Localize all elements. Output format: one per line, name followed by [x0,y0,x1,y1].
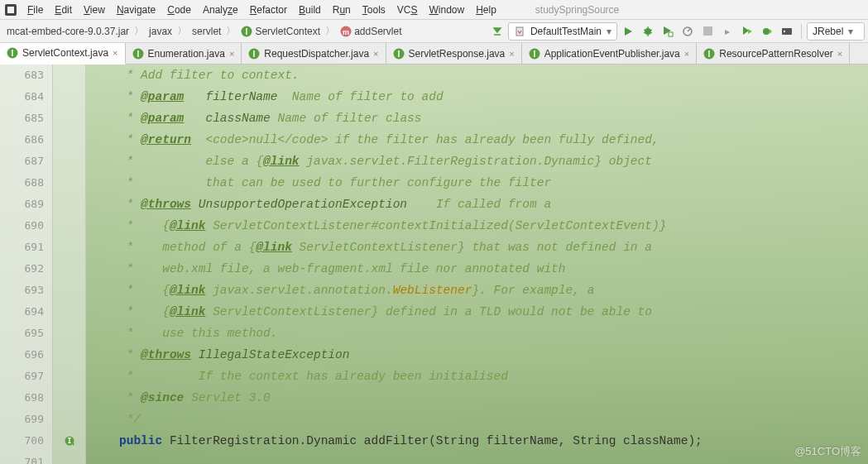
jrebel-run-button[interactable] [738,22,756,41]
tab-label: Enumeration.java [148,48,225,60]
menu-build[interactable]: Build [293,2,327,17]
svg-text:I: I [533,49,535,58]
menu-navigate[interactable]: Navigate [111,2,161,17]
chevron-right-icon: 〉 [224,24,237,38]
chevron-right-icon: 〉 [175,24,189,38]
editor-tab[interactable]: IApplicationEventPublisher.java× [522,43,698,64]
close-icon[interactable]: × [229,49,234,59]
chevron-down-icon: ▾ [607,26,611,37]
svg-text:I: I [246,26,248,36]
crumb-jar[interactable]: mcat-embed-core-9.0.37.jar [3,25,132,38]
editor-tabs: IServletContext.java×IEnumeration.java×I… [0,43,868,65]
crumb-pkg2[interactable]: servlet [189,25,224,38]
chevron-down-icon: ▾ [848,26,853,37]
menu-file[interactable]: File [22,2,49,17]
tab-label: ApplicationEventPublisher.java [544,48,680,60]
crumb-pkg1[interactable]: javax [146,25,175,38]
code-area[interactable]: * Add filter to context. * @param filter… [86,65,868,464]
svg-rect-1 [7,7,14,13]
interface-icon: I [241,26,252,37]
jrebel-panel-select[interactable]: JRebel ▾ [807,22,865,41]
interface-icon: I [393,48,405,60]
project-name-label: studySpringSource [535,4,619,16]
marker-gutter: I [53,65,86,464]
svg-rect-12 [782,28,792,35]
menu-analyze[interactable]: Analyze [197,2,244,17]
interface-icon: I [529,48,540,60]
watermark: @51CTO博客 [794,444,861,459]
profile-button[interactable] [679,22,697,41]
close-icon[interactable]: × [684,49,689,59]
tab-label: ServletContext.java [22,47,108,59]
tab-label: ResourcePatternResolver [719,48,832,60]
close-icon[interactable]: × [509,49,514,59]
menu-help[interactable]: Help [470,2,502,17]
coverage-button[interactable] [659,22,677,41]
svg-point-11 [763,28,770,35]
close-icon[interactable]: × [113,48,117,58]
debug-button[interactable] [639,22,657,41]
menu-run[interactable]: Run [327,2,357,17]
tab-label: RequestDispatcher.java [264,48,369,60]
editor-tab[interactable]: IServletResponse.java× [386,43,522,64]
menu-tools[interactable]: Tools [357,2,391,17]
line-number-gutter: 6836846856866876886896906916926936946956… [0,65,53,464]
svg-rect-6 [516,27,523,36]
close-icon[interactable]: × [373,49,378,59]
menu-window[interactable]: Window [423,2,470,17]
menu-refactor[interactable]: Refactor [244,2,293,17]
menu-vcs[interactable]: VCS [391,2,424,17]
menu-bar: File Edit View Navigate Code Analyze Ref… [0,0,868,20]
stop-button[interactable] [698,22,717,41]
interface-icon: I [7,47,18,59]
app-icon [3,3,18,17]
editor-tab[interactable]: IRequestDispatcher.java× [242,43,386,64]
chevron-right-icon: 〉 [324,24,337,38]
editor-tab[interactable]: IResourcePatternResolver× [697,43,850,64]
java-icon [514,26,525,37]
attach-debugger-button[interactable]: ▸ [718,22,736,41]
svg-rect-10 [703,26,712,36]
close-icon[interactable]: × [837,49,842,59]
menu-code[interactable]: Code [161,2,197,17]
svg-text:I: I [397,49,400,58]
crumb-interface[interactable]: I ServletContext [237,25,324,38]
svg-text:m: m [343,27,349,36]
svg-point-7 [645,28,651,35]
svg-text:I: I [67,438,71,445]
interface-icon: I [248,48,260,60]
run-configuration-select[interactable]: DefaultTestMain ▾ [508,22,617,41]
svg-rect-8 [669,32,673,36]
run-anything-button[interactable] [778,22,796,41]
interface-icon: I [132,48,144,60]
editor-area: 6836846856866876886896906916926936946956… [0,65,868,464]
run-button[interactable] [619,22,637,41]
editor-tab[interactable]: IEnumeration.java× [126,43,242,64]
interface-icon: I [703,48,715,60]
menu-edit[interactable]: Edit [49,2,78,17]
breadcrumb: mcat-embed-core-9.0.37.jar 〉 javax 〉 ser… [3,24,405,38]
crumb-method[interactable]: m addServlet [337,25,405,38]
jrebel-debug-button[interactable] [758,22,776,41]
svg-text:I: I [253,49,256,58]
editor-tab[interactable]: IServletContext.java× [0,43,126,65]
tab-label: ServletResponse.java [409,48,506,60]
menu-view[interactable]: View [78,2,111,17]
navigation-toolbar: mcat-embed-core-9.0.37.jar 〉 javax 〉 ser… [0,20,868,43]
svg-text:I: I [137,49,139,58]
svg-text:I: I [708,49,711,58]
separator [801,24,802,39]
svg-text:I: I [12,49,14,58]
implementing-method-icon[interactable]: I [53,430,85,452]
method-icon: m [340,26,352,37]
build-button[interactable] [488,22,506,41]
chevron-right-icon: 〉 [132,24,146,38]
